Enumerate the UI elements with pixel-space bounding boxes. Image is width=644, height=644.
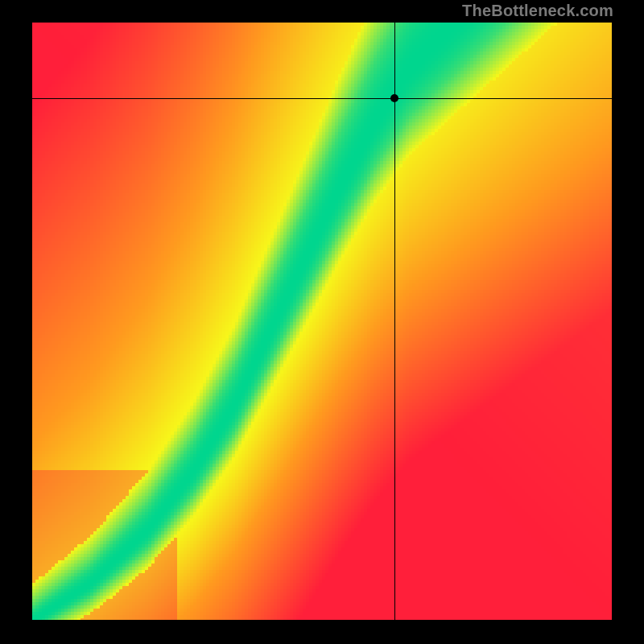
chart-stage: TheBottleneck.com — [0, 0, 644, 644]
crosshair-vertical — [394, 23, 395, 620]
crosshair-marker-dot — [390, 94, 398, 102]
heatmap-plot — [32, 23, 612, 620]
watermark-text: TheBottleneck.com — [462, 2, 613, 20]
crosshair-horizontal — [32, 98, 612, 99]
heatmap-canvas — [32, 23, 612, 620]
